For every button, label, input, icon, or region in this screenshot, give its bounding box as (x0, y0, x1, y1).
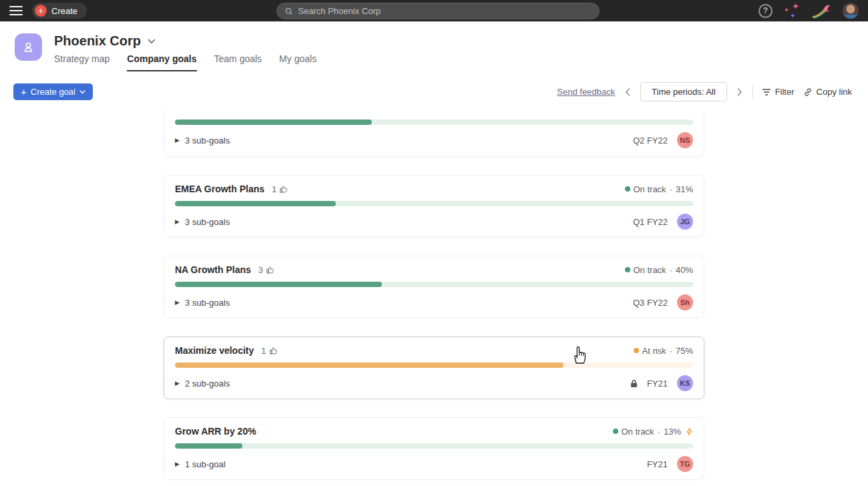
toolbar-divider (752, 86, 753, 98)
create-button-label: Create (51, 6, 77, 16)
status-percent: 75% (676, 346, 693, 356)
prev-period-button[interactable] (624, 87, 632, 97)
tab-team-goals[interactable]: Team goals (214, 53, 262, 71)
owner-avatar[interactable]: KS (677, 375, 693, 391)
hamburger-menu-icon[interactable] (9, 6, 23, 15)
phoenix-icon[interactable] (811, 3, 831, 19)
progress-bar (175, 362, 693, 368)
tab-company-goals[interactable]: Company goals (127, 53, 196, 71)
goals-toolbar: + Create goal Send feedback Time periods… (0, 71, 868, 101)
status-dot-icon (634, 348, 639, 353)
next-period-button[interactable] (736, 87, 744, 97)
subgoals-label: 3 sub-goals (185, 217, 230, 227)
help-icon[interactable]: ? (758, 4, 773, 18)
expand-subgoals-button[interactable]: ▶ (175, 299, 180, 306)
header-tabs: Strategy mapCompany goalsTeam goalsMy go… (54, 53, 316, 71)
page-header: Phoenix Corp Strategy mapCompany goalsTe… (0, 22, 868, 71)
create-goal-button[interactable]: + Create goal (13, 83, 93, 100)
status-separator: · (670, 346, 672, 356)
search-input[interactable] (298, 6, 592, 16)
link-icon (803, 87, 813, 97)
progress-fill (175, 282, 382, 287)
status-separator: · (670, 265, 672, 275)
goal-card[interactable]: EMEA Growth Plans 1 On track · 31% (164, 175, 704, 238)
goal-status: At risk · 75% (634, 346, 694, 356)
chevron-left-icon (625, 88, 630, 96)
goal-card[interactable]: Maximize velocity 1 At risk · 75% (164, 336, 704, 399)
thumbs-up-icon (266, 266, 274, 274)
create-button[interactable]: + Create (32, 3, 87, 19)
goal-status: On track · 31% (625, 184, 694, 194)
status-label: On track (634, 265, 666, 275)
expand-subgoals-button[interactable]: ▶ (175, 137, 180, 144)
time-period-label: FY21 (647, 379, 668, 389)
org-avatar[interactable] (15, 33, 42, 61)
owner-avatar[interactable]: TG (677, 456, 693, 472)
page-title: Phoenix Corp (54, 33, 141, 49)
expand-subgoals-button[interactable]: ▶ (175, 380, 180, 387)
tab-strategy-map[interactable]: Strategy map (54, 53, 110, 71)
progress-fill (175, 443, 242, 449)
status-dot-icon (625, 186, 630, 192)
goal-card[interactable]: NA Growth Plans 3 On track · 40% (164, 256, 704, 318)
status-dot-icon (613, 429, 618, 434)
filter-icon (762, 88, 771, 96)
sparkles-icon[interactable]: ✦✦✦ (784, 3, 800, 18)
progress-fill (175, 201, 336, 206)
goal-card[interactable]: ▶ 3 sub-goals Q2 FY22 NS (164, 111, 704, 157)
global-search[interactable] (276, 3, 600, 19)
subgoals-label: 2 sub-goals (185, 379, 230, 389)
person-icon (21, 39, 36, 55)
chevron-right-icon (737, 88, 742, 96)
status-dot-icon (625, 267, 630, 272)
expand-subgoals-button[interactable]: ▶ (175, 461, 180, 467)
goal-status: On track · 40% (625, 265, 694, 275)
owner-avatar[interactable]: NS (677, 132, 693, 148)
goal-title[interactable]: EMEA Growth Plans (175, 184, 264, 194)
goal-likes[interactable]: 3 (258, 265, 274, 275)
time-periods-select[interactable]: Time periods: All (640, 82, 727, 101)
plus-icon: + (35, 5, 47, 17)
owner-avatar[interactable]: JG (677, 214, 693, 230)
likes-count: 1 (272, 184, 276, 194)
thumbs-up-icon (279, 185, 288, 194)
status-percent: 40% (676, 265, 693, 275)
goal-title[interactable]: Maximize velocity (175, 345, 254, 356)
org-switcher[interactable]: Phoenix Corp (54, 33, 316, 49)
progress-bar (175, 282, 693, 287)
goal-status: On track · 13% (613, 427, 694, 437)
time-period-label: FY21 (647, 459, 668, 469)
tab-my-goals[interactable]: My goals (279, 53, 316, 71)
filter-button[interactable]: Filter (762, 87, 795, 97)
plus-icon: + (21, 87, 27, 97)
likes-count: 3 (258, 265, 263, 275)
goal-likes[interactable]: 1 (261, 346, 277, 356)
goal-card[interactable]: Grow ARR by 20% On track · 13% (164, 417, 704, 480)
progress-fill (175, 119, 372, 125)
time-period-label: Q1 FY22 (633, 217, 668, 227)
chevron-down-icon (79, 90, 85, 94)
goal-title[interactable]: NA Growth Plans (175, 264, 251, 275)
copy-link-button[interactable]: Copy link (803, 87, 852, 97)
subgoals-label: 3 sub-goals (185, 136, 230, 146)
top-navbar: + Create ? ✦✦✦ (0, 0, 868, 22)
status-label: On track (622, 427, 654, 437)
user-avatar[interactable] (843, 3, 859, 19)
chevron-down-icon (148, 39, 156, 44)
progress-bar (175, 443, 693, 449)
likes-count: 1 (261, 346, 266, 356)
goal-list: ▶ 3 sub-goals Q2 FY22 NS EMEA Growth Pla… (164, 111, 704, 486)
progress-bar (175, 201, 693, 206)
goal-title[interactable]: Grow ARR by 20% (175, 426, 256, 437)
time-period-label: Q3 FY22 (633, 298, 668, 308)
status-label: On track (634, 184, 666, 194)
owner-avatar[interactable]: Sh (677, 294, 693, 310)
status-separator: · (670, 184, 672, 194)
expand-subgoals-button[interactable]: ▶ (175, 218, 180, 225)
status-percent: 13% (664, 427, 681, 437)
subgoals-label: 3 sub-goals (185, 298, 230, 308)
lightning-icon (686, 427, 693, 436)
send-feedback-link[interactable]: Send feedback (557, 87, 615, 97)
goal-likes[interactable]: 1 (272, 184, 288, 194)
search-icon (284, 7, 293, 16)
